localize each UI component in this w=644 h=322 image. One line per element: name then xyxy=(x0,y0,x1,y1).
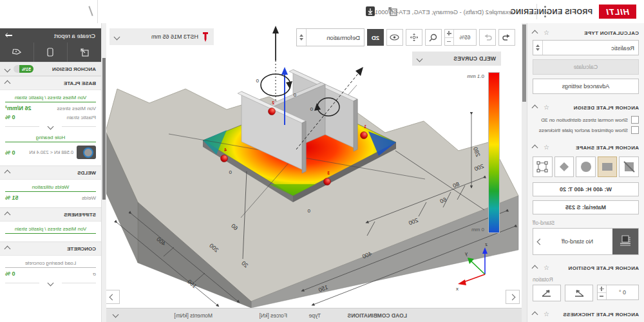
save-export-icon[interactable] xyxy=(365,6,375,17)
zoom-search-button[interactable] xyxy=(425,29,442,46)
arrow-right-icon xyxy=(6,35,12,36)
von-mises-link[interactable]: Von Mises stress / plastic strain xyxy=(5,95,96,102)
sidebar-scrollbar-thumb[interactable] xyxy=(522,24,526,102)
anchor-product-dropdown[interactable]: HST3 M16 65 mm xyxy=(109,28,214,45)
hilti-logo[interactable]: HILTI xyxy=(599,5,636,19)
favorite-star-icon[interactable]: ☆ xyxy=(544,311,549,317)
scene-3d[interactable]: 0 0 0 1 2 3 4 xyxy=(104,23,522,308)
standoff-selector[interactable]: No stand-off xyxy=(533,228,639,255)
result-row: Plastic strain 0 % xyxy=(5,114,96,120)
section-title: ANCHOR PLATE DESIGN xyxy=(549,105,639,111)
result-row: Welds 51 % xyxy=(5,194,96,201)
results-panel: Create a report ANCHOR DESIGN 51% BASE P… xyxy=(0,23,102,322)
utilization-value: 51% xyxy=(19,65,33,73)
base-plate-header[interactable]: BASE PLATE xyxy=(0,76,101,90)
toggle-2d-button[interactable]: 2D xyxy=(367,29,384,46)
load-bearing-concrete-link[interactable]: Load bearing concrete xyxy=(5,260,96,268)
shape-none-icon[interactable] xyxy=(619,156,639,177)
section-header-anchor-plate-position[interactable]: ANCHOR PLATE POSITION ☆ xyxy=(533,262,639,274)
load-combinations-bar[interactable]: LOAD COMBINATIONS Type Forces [kN] Momen… xyxy=(104,308,522,322)
chevron-down-icon[interactable] xyxy=(113,312,119,318)
create-report-button[interactable]: Create a report xyxy=(0,28,101,43)
result-row: σ 0 % xyxy=(5,270,96,277)
zoom-level-control[interactable]: 65% xyxy=(444,29,477,46)
open-in-new-icon[interactable] xyxy=(388,6,397,16)
advanced-settings-button[interactable]: Advanced settings xyxy=(533,79,639,94)
rotate-cw-button[interactable] xyxy=(533,285,561,301)
anchor-design-header[interactable]: ANCHOR DESIGN 51% xyxy=(0,62,101,76)
welds-utilization-link[interactable]: Welds utilization xyxy=(5,184,96,192)
section-header-calculation-type[interactable]: CALCULATION TYPE ☆ xyxy=(533,27,639,39)
favorite-star-icon[interactable]: ☆ xyxy=(544,104,549,111)
chevron-down-icon[interactable] xyxy=(114,33,120,40)
specification-button[interactable] xyxy=(33,43,68,62)
shape-rectangle-icon[interactable] xyxy=(598,156,618,177)
svg-text:4: 4 xyxy=(224,147,227,152)
slash-icon xyxy=(89,6,93,16)
section-title: WELDS xyxy=(10,170,96,176)
chevron-up-icon[interactable] xyxy=(532,265,538,271)
checkbox-label: Show optimized anchor plate thickness xyxy=(539,128,628,133)
stepper-icon[interactable] xyxy=(445,30,454,45)
select-value: Deformation xyxy=(307,34,364,41)
hole-bearing-icon[interactable] xyxy=(77,146,96,159)
shape-polygon-icon[interactable] xyxy=(533,156,553,177)
prev-combination-button[interactable] xyxy=(506,290,520,304)
redo-button[interactable] xyxy=(479,29,496,46)
results-scrollbar-thumb[interactable] xyxy=(102,58,106,200)
section-title: ANCHOR PLATE THICKNESS xyxy=(549,312,639,317)
next-combination-button[interactable] xyxy=(106,290,120,304)
chevron-up-icon[interactable] xyxy=(532,104,538,111)
svg-text:0: 0 xyxy=(293,92,296,98)
export-report-button[interactable] xyxy=(67,43,101,62)
select-arrows-icon xyxy=(297,29,307,46)
shape-circle-icon[interactable] xyxy=(576,156,596,177)
rotation-value: 0 ° xyxy=(607,289,638,296)
material-button[interactable]: Material: S 235 xyxy=(533,200,639,214)
stepper-icon[interactable] xyxy=(598,285,607,299)
favorite-star-icon[interactable]: ☆ xyxy=(544,144,549,151)
section-title: CONCRETE xyxy=(10,246,96,252)
expand-divider[interactable] xyxy=(0,281,101,285)
checkbox-icon[interactable] xyxy=(631,126,639,134)
column-moments: Moments [kNm] xyxy=(174,312,213,319)
checkbox-optimized-thickness[interactable]: Show optimized anchor plate thickness xyxy=(533,126,639,134)
shape-diamond-icon[interactable] xyxy=(554,156,574,177)
rotate-ccw-button[interactable] xyxy=(565,285,593,301)
chevron-up-icon[interactable] xyxy=(532,144,538,151)
chevron-down-icon[interactable] xyxy=(5,66,11,72)
favorite-star-icon[interactable]: ☆ xyxy=(544,30,549,36)
hole-bearing-link[interactable]: Hole bearing xyxy=(5,135,96,142)
undo-button[interactable] xyxy=(498,29,515,46)
chevron-up-icon[interactable] xyxy=(532,311,538,317)
expand-divider[interactable] xyxy=(0,124,101,129)
standoff-icon xyxy=(612,229,638,254)
svg-text:x: x xyxy=(456,286,459,292)
checkbox-normal-stress[interactable]: Show normal stress distribution on 3D xyxy=(533,116,639,124)
section-title: STIFFENERS xyxy=(10,212,96,218)
welds-header[interactable]: WELDS xyxy=(0,166,101,180)
utilization-badge: 51% xyxy=(14,65,33,73)
section-header-anchor-plate-thickness[interactable]: ANCHOR PLATE THICKNESS ☆ xyxy=(533,308,639,320)
stiffeners-von-mises-link[interactable]: Von Mises stress / plastic strain xyxy=(5,226,96,234)
concrete-header[interactable]: CONCRETE xyxy=(0,242,101,256)
weld-curves-dropdown[interactable]: WELD CURVES xyxy=(412,52,501,66)
rotation-label: Rotation xyxy=(533,276,639,283)
plate-size-button[interactable]: W: 400 H: 400 T: 20 xyxy=(533,182,639,196)
favorite-star-icon[interactable]: ☆ xyxy=(544,265,549,271)
calculate-button[interactable]: Calculate xyxy=(533,59,639,75)
svg-text:0: 0 xyxy=(256,78,259,84)
kebab-menu-icon[interactable] xyxy=(544,6,546,17)
checkbox-icon[interactable] xyxy=(631,116,639,124)
pan-center-button[interactable] xyxy=(406,29,422,46)
tag-button[interactable] xyxy=(0,43,33,62)
chevron-up-icon[interactable] xyxy=(532,30,538,36)
section-header-anchor-plate-design[interactable]: ANCHOR PLATE DESIGN ☆ xyxy=(533,102,639,113)
deformation-select[interactable]: Deformation xyxy=(296,28,365,46)
calculation-type-select[interactable]: Realistic xyxy=(533,40,639,55)
stiffeners-header[interactable]: STIFFENERS xyxy=(0,207,101,222)
rotation-input[interactable]: 0 ° xyxy=(597,285,639,300)
visibility-eye-button[interactable] xyxy=(386,29,403,46)
svg-text:z: z xyxy=(485,242,488,247)
section-header-anchor-plate-shape[interactable]: ANCHOR PLATE SHAPE ☆ xyxy=(533,142,639,153)
